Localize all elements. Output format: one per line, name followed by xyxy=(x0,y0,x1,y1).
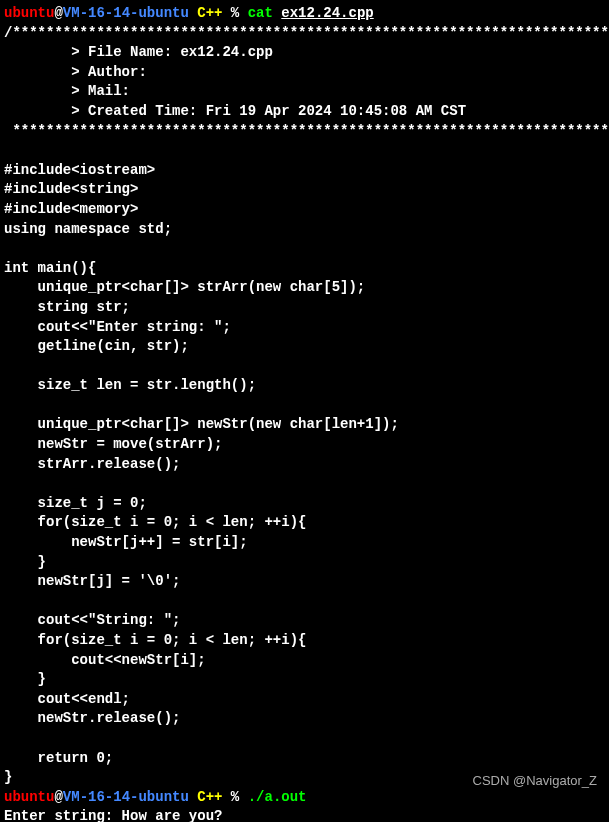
prompt-dir: C++ xyxy=(189,5,223,21)
code-line: #include<memory> xyxy=(4,200,605,220)
code-line: } xyxy=(4,553,605,573)
prompt-at: @ xyxy=(54,5,62,21)
code-line: strArr.release(); xyxy=(4,455,605,475)
code-line: getline(cin, str); xyxy=(4,337,605,357)
code-line: newStr.release(); xyxy=(4,709,605,729)
code-line: newStr[j++] = str[i]; xyxy=(4,533,605,553)
blank-line xyxy=(4,357,605,377)
code-line: newStr[j] = '\0'; xyxy=(4,572,605,592)
output-enter: Enter string: How are you? xyxy=(4,807,605,822)
cmd-exec: ./a.out xyxy=(239,789,306,805)
prompt-line-2: ubuntu@VM-16-14-ubuntu C++ % ./a.out xyxy=(4,788,605,808)
code-line: for(size_t i = 0; i < len; ++i){ xyxy=(4,631,605,651)
prompt-at: @ xyxy=(54,789,62,805)
blank-line xyxy=(4,239,605,259)
code-line: int main(){ xyxy=(4,259,605,279)
code-line: unique_ptr<char[]> strArr(new char[5]); xyxy=(4,278,605,298)
code-line: cout<<"String: "; xyxy=(4,611,605,631)
prompt-host: VM-16-14-ubuntu xyxy=(63,5,189,21)
code-line: #include<iostream> xyxy=(4,161,605,181)
header-created: > Created Time: Fri 19 Apr 2024 10:45:08… xyxy=(4,102,605,122)
code-line: size_t j = 0; xyxy=(4,494,605,514)
code-line: size_t len = str.length(); xyxy=(4,376,605,396)
code-line: #include<string> xyxy=(4,180,605,200)
blank-line xyxy=(4,396,605,416)
prompt-pct: % xyxy=(222,789,239,805)
comment-open: /***************************************… xyxy=(4,24,605,44)
code-line: cout<<newStr[i]; xyxy=(4,651,605,671)
code-line: newStr = move(strArr); xyxy=(4,435,605,455)
prompt-dir: C++ xyxy=(189,789,223,805)
code-line: string str; xyxy=(4,298,605,318)
blank-line xyxy=(4,592,605,612)
code-line: return 0; xyxy=(4,749,605,769)
prompt-host: VM-16-14-ubuntu xyxy=(63,789,189,805)
code-line: } xyxy=(4,670,605,690)
blank-line xyxy=(4,141,605,161)
header-mail: > Mail: xyxy=(4,82,605,102)
header-filename: > File Name: ex12.24.cpp xyxy=(4,43,605,63)
code-line: for(size_t i = 0; i < len; ++i){ xyxy=(4,513,605,533)
prompt-user: ubuntu xyxy=(4,789,54,805)
blank-line xyxy=(4,729,605,749)
code-line: cout<<"Enter string: "; xyxy=(4,318,605,338)
code-line: using namespace std; xyxy=(4,220,605,240)
header-author: > Author: xyxy=(4,63,605,83)
cat-filename: ex12.24.cpp xyxy=(281,5,373,21)
watermark: CSDN @Navigator_Z xyxy=(473,772,597,790)
code-line: unique_ptr<char[]> newStr(new char[len+1… xyxy=(4,415,605,435)
comment-close: ****************************************… xyxy=(4,122,605,142)
prompt-line-1: ubuntu@VM-16-14-ubuntu C++ % cat ex12.24… xyxy=(4,4,605,24)
prompt-user: ubuntu xyxy=(4,5,54,21)
cmd-cat: cat xyxy=(239,5,281,21)
code-line: cout<<endl; xyxy=(4,690,605,710)
blank-line xyxy=(4,474,605,494)
prompt-pct: % xyxy=(222,5,239,21)
